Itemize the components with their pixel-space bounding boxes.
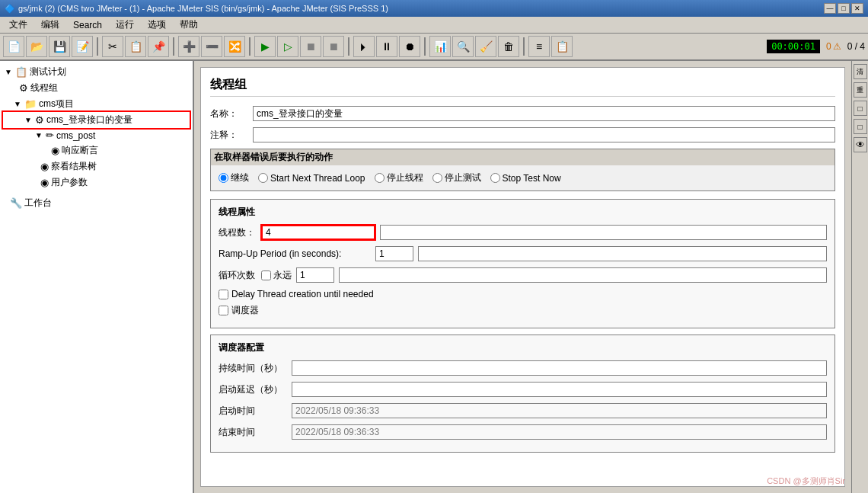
stop-now-button[interactable]: ⏹ — [323, 36, 344, 57]
remote-start-button[interactable]: ⏵ — [353, 36, 375, 57]
remote-exit-button[interactable]: ⏺ — [399, 36, 420, 57]
menu-search[interactable]: Search — [67, 18, 108, 32]
close-button[interactable]: ✕ — [851, 3, 863, 14]
expand-icon-thread — [14, 84, 16, 92]
comment-label: 注释： — [210, 129, 248, 142]
scheduler-label: 调度器 — [231, 304, 259, 317]
cut-button[interactable]: ✂ — [102, 36, 123, 57]
rsb-clear-button[interactable]: 清 — [854, 64, 867, 79]
tree-label-workbench: 工作台 — [24, 197, 52, 210]
expand-icon-test-plan: ▼ — [5, 68, 12, 76]
toggle-button[interactable]: 🔀 — [224, 36, 245, 57]
name-input[interactable] — [253, 106, 835, 121]
warning-icon: ⚠ — [833, 41, 841, 52]
tree-label-cms-post: cms_post — [56, 130, 95, 141]
radio-stop-thread[interactable]: 停止线程 — [375, 171, 423, 184]
open-button[interactable]: 📂 — [26, 36, 47, 57]
list-view-button[interactable]: ≡ — [528, 36, 550, 57]
clear-button[interactable]: 🧹 — [475, 36, 496, 57]
loop-count-label: 循环次数 — [219, 269, 257, 282]
ramp-up-input[interactable] — [375, 246, 413, 261]
start-time-label: 启动时间 — [219, 405, 287, 418]
tree-item-user-params[interactable]: ◉ 用户参数 — [3, 174, 190, 190]
loop-count-input[interactable] — [296, 267, 334, 283]
comment-input[interactable] — [253, 127, 835, 142]
radio-next-thread-input[interactable] — [258, 173, 268, 183]
tree-item-cms-project[interactable]: ▼ 📁 cms项目 — [3, 96, 190, 112]
thread-count-input[interactable] — [261, 225, 375, 240]
scheduler-section-title: 调度器配置 — [219, 341, 827, 354]
tree-item-cms-login[interactable]: ▼ ⚙ cms_登录接口的变量 — [3, 112, 190, 128]
separator-1 — [97, 37, 98, 56]
radio-stop-thread-input[interactable] — [375, 173, 385, 183]
assertion-icon: ◉ — [51, 145, 59, 156]
tree-item-test-plan[interactable]: ▼ 📋 测试计划 — [3, 64, 190, 80]
watermark: CSDN @多测师肖Sir — [767, 475, 845, 487]
forever-checkbox-label[interactable]: 永远 — [261, 269, 292, 282]
template-button[interactable]: 📊 — [429, 36, 451, 57]
copy-button[interactable]: 📋 — [125, 36, 146, 57]
delay-creation-row: Delay Thread creation until needed — [219, 289, 827, 299]
rsb-refresh-button[interactable]: 重 — [854, 82, 867, 98]
duration-input[interactable] — [292, 360, 827, 376]
rsb-eye-button[interactable]: 👁 — [854, 137, 867, 152]
minimize-button[interactable]: — — [824, 3, 836, 14]
menu-file[interactable]: 文件 — [3, 17, 34, 33]
menu-edit[interactable]: 编辑 — [35, 17, 65, 33]
radio-stop-test-now-label: Stop Test Now — [503, 173, 561, 184]
radio-stop-test-input[interactable] — [432, 173, 442, 183]
radio-stop-test-now-input[interactable] — [490, 173, 500, 183]
radio-continue-label: 继续 — [231, 171, 249, 184]
panel-title: 线程组 — [210, 77, 835, 97]
ramp-up-extra-input[interactable] — [418, 246, 827, 261]
tree-label-results-tree: 察看结果树 — [51, 160, 97, 173]
expand-button[interactable]: ➕ — [178, 36, 199, 57]
radio-continue-input[interactable] — [219, 173, 228, 183]
rsb-maximize-button[interactable]: □ — [854, 119, 867, 134]
clear-all-button[interactable]: 🗑 — [498, 36, 519, 57]
remote-stop-button[interactable]: ⏸ — [376, 36, 397, 57]
radio-continue[interactable]: 继续 — [219, 171, 249, 184]
action-section-title: 在取样器错误后要执行的动作 — [211, 149, 834, 165]
radio-stop-test[interactable]: 停止测试 — [432, 171, 481, 184]
tree-item-thread-group[interactable]: ⚙ 线程组 — [3, 80, 190, 96]
run-nodepend-button[interactable]: ▷ — [277, 36, 298, 57]
tree-item-results-tree[interactable]: ◉ 察看结果树 — [3, 158, 190, 174]
action-radio-group: 继续 Start Next Thread Loop 停止线程 停止测试 — [219, 171, 827, 184]
stop-button[interactable]: ⏹ — [300, 36, 321, 57]
tree-item-cms-post[interactable]: ▼ ✏ cms_post — [3, 128, 190, 142]
detail-button[interactable]: 📋 — [551, 36, 573, 57]
scheduler-checkbox[interactable] — [219, 306, 228, 315]
menu-help[interactable]: 帮助 — [174, 17, 204, 33]
new-button[interactable]: 📄 — [3, 36, 24, 57]
duration-label: 持续时间（秒） — [219, 362, 287, 375]
saveas-button[interactable]: 📝 — [72, 36, 93, 57]
search-tb-button[interactable]: 🔍 — [452, 36, 474, 57]
delay-creation-checkbox[interactable] — [219, 290, 228, 299]
run-button[interactable]: ▶ — [254, 36, 276, 57]
tree-label-thread-group: 线程组 — [30, 82, 58, 94]
save-button[interactable]: 💾 — [49, 36, 70, 57]
toolbar-right: 00:00:01 0 ⚠ 0 / 4 — [767, 40, 865, 53]
collapse-button[interactable]: ➖ — [201, 36, 222, 57]
menu-run[interactable]: 运行 — [110, 17, 140, 33]
paste-button[interactable]: 📌 — [148, 36, 169, 57]
menu-bar: 文件 编辑 Search 运行 选项 帮助 — [0, 17, 868, 34]
tree-item-assertion[interactable]: ◉ 响应断言 — [3, 142, 190, 158]
expand-icon-cms-login: ▼ — [24, 116, 32, 124]
menu-options[interactable]: 选项 — [142, 17, 172, 33]
loop-extra-input[interactable] — [339, 267, 827, 283]
thread-count-extra-input[interactable] — [380, 225, 827, 240]
radio-stop-test-now[interactable]: Stop Test Now — [490, 173, 561, 184]
rsb-minimize-button[interactable]: □ — [854, 101, 867, 116]
title-bar: 🔷 gs/jmk (2) (CMS two JMeter - (1) - Apa… — [0, 0, 868, 17]
end-time-row: 结束时间 — [219, 424, 827, 440]
scheduler-section: 调度器配置 持续时间（秒） 启动延迟（秒） 启动时间 — [210, 335, 835, 453]
startup-delay-input[interactable] — [292, 382, 827, 397]
startup-delay-label: 启动延迟（秒） — [219, 383, 287, 396]
tree-item-workbench[interactable]: 🔧 工作台 — [3, 195, 190, 211]
radio-next-thread[interactable]: Start Next Thread Loop — [258, 173, 365, 184]
maximize-button[interactable]: □ — [838, 3, 850, 14]
title-bar-controls[interactable]: — □ ✕ — [824, 3, 863, 14]
forever-checkbox[interactable] — [261, 271, 271, 280]
